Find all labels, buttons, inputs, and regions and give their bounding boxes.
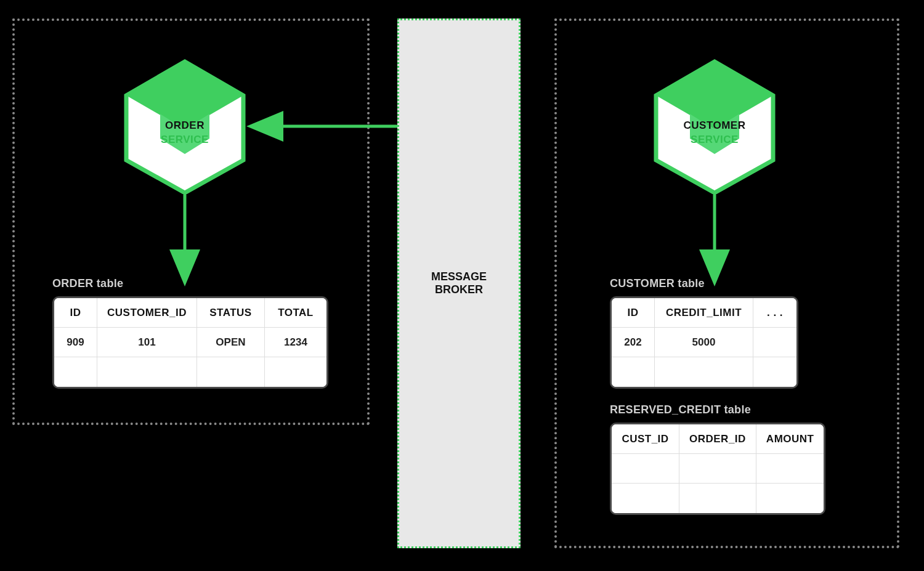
table-row [612, 454, 824, 484]
table-row: 202 5000 [612, 328, 796, 357]
order-table-title: ORDER table [52, 277, 328, 290]
order-service-name-line2: SERVICE [161, 134, 209, 145]
rc-th-0: CUST_ID [612, 424, 679, 454]
diagram-canvas: MESSAGE BROKER ORDER SERVICE CUSTOMER SE… [0, 0, 924, 571]
customer-table-wrap: CUSTOMER table ID CREDIT_LIMIT . . . 202… [610, 277, 798, 389]
customer-service-name-line2: SERVICE [691, 134, 739, 145]
order-th-3: TOTAL [265, 298, 326, 328]
customer-table: ID CREDIT_LIMIT . . . 202 5000 [610, 296, 798, 389]
broker-line1: MESSAGE [431, 270, 487, 283]
order-service-name-line1: ORDER [165, 119, 205, 131]
reserved-credit-table: CUST_ID ORDER_ID AMOUNT [610, 423, 825, 515]
message-broker: MESSAGE BROKER [397, 18, 521, 548]
customer-service-hexagon: CUSTOMER SERVICE [653, 59, 776, 194]
table-row: 909 101 OPEN 1234 [54, 328, 326, 357]
table-row [54, 357, 326, 387]
order-th-0: ID [54, 298, 97, 328]
customer-service-name-line1: CUSTOMER [684, 119, 746, 131]
order-th-2: STATUS [197, 298, 265, 328]
reserved-credit-table-wrap: RESERVED_CREDIT table CUST_ID ORDER_ID A… [610, 403, 825, 515]
table-row [612, 484, 824, 513]
order-table-wrap: ORDER table ID CUSTOMER_ID STATUS TOTAL … [52, 277, 328, 389]
table-row [612, 357, 796, 387]
order-table: ID CUSTOMER_ID STATUS TOTAL 909 101 OPEN… [52, 296, 328, 389]
order-th-1: CUSTOMER_ID [97, 298, 197, 328]
rc-th-1: ORDER_ID [679, 424, 756, 454]
customer-th-1: CREDIT_LIMIT [655, 298, 753, 328]
customer-table-title: CUSTOMER table [610, 277, 798, 290]
broker-line2: BROKER [435, 283, 483, 296]
reserved-credit-table-title: RESERVED_CREDIT table [610, 403, 825, 416]
customer-th-2: . . . [753, 298, 796, 328]
order-service-hexagon: ORDER SERVICE [123, 59, 246, 194]
rc-th-2: AMOUNT [756, 424, 824, 454]
customer-th-0: ID [612, 298, 655, 328]
